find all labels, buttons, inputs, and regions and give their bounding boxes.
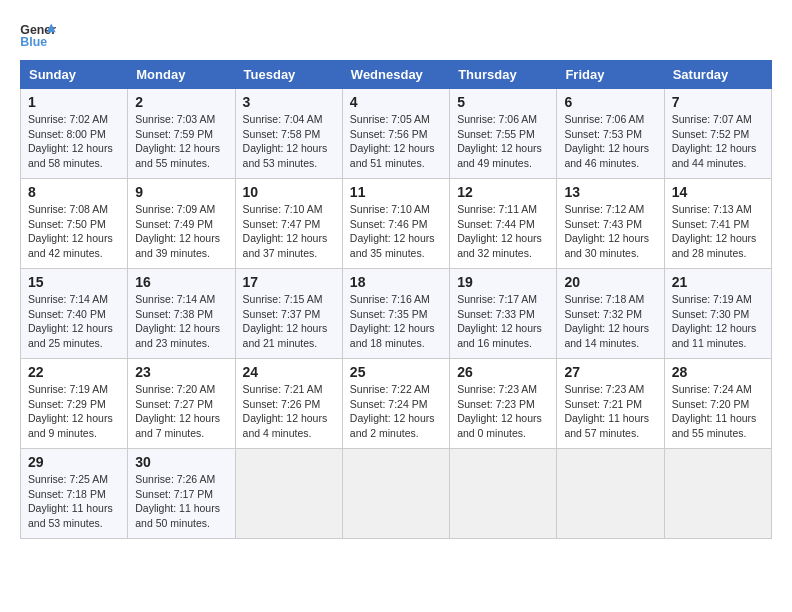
calendar-cell: 16Sunrise: 7:14 AM Sunset: 7:38 PM Dayli… [128, 269, 235, 359]
calendar-cell: 8Sunrise: 7:08 AM Sunset: 7:50 PM Daylig… [21, 179, 128, 269]
day-number: 23 [135, 364, 227, 380]
day-info: Sunrise: 7:06 AM Sunset: 7:55 PM Dayligh… [457, 112, 549, 171]
calendar-cell: 1Sunrise: 7:02 AM Sunset: 8:00 PM Daylig… [21, 89, 128, 179]
day-info: Sunrise: 7:25 AM Sunset: 7:18 PM Dayligh… [28, 472, 120, 531]
calendar-cell: 23Sunrise: 7:20 AM Sunset: 7:27 PM Dayli… [128, 359, 235, 449]
calendar-cell [557, 449, 664, 539]
day-info: Sunrise: 7:08 AM Sunset: 7:50 PM Dayligh… [28, 202, 120, 261]
calendar-cell [664, 449, 771, 539]
calendar-cell: 17Sunrise: 7:15 AM Sunset: 7:37 PM Dayli… [235, 269, 342, 359]
day-number: 8 [28, 184, 120, 200]
day-number: 6 [564, 94, 656, 110]
day-info: Sunrise: 7:23 AM Sunset: 7:21 PM Dayligh… [564, 382, 656, 441]
calendar-week-2: 8Sunrise: 7:08 AM Sunset: 7:50 PM Daylig… [21, 179, 772, 269]
calendar-cell: 22Sunrise: 7:19 AM Sunset: 7:29 PM Dayli… [21, 359, 128, 449]
calendar-cell: 18Sunrise: 7:16 AM Sunset: 7:35 PM Dayli… [342, 269, 449, 359]
calendar-cell: 13Sunrise: 7:12 AM Sunset: 7:43 PM Dayli… [557, 179, 664, 269]
day-number: 25 [350, 364, 442, 380]
calendar-cell: 15Sunrise: 7:14 AM Sunset: 7:40 PM Dayli… [21, 269, 128, 359]
day-info: Sunrise: 7:02 AM Sunset: 8:00 PM Dayligh… [28, 112, 120, 171]
calendar-cell: 21Sunrise: 7:19 AM Sunset: 7:30 PM Dayli… [664, 269, 771, 359]
calendar-week-3: 15Sunrise: 7:14 AM Sunset: 7:40 PM Dayli… [21, 269, 772, 359]
day-number: 17 [243, 274, 335, 290]
day-number: 9 [135, 184, 227, 200]
day-info: Sunrise: 7:13 AM Sunset: 7:41 PM Dayligh… [672, 202, 764, 261]
day-number: 19 [457, 274, 549, 290]
calendar-body: 1Sunrise: 7:02 AM Sunset: 8:00 PM Daylig… [21, 89, 772, 539]
calendar-cell: 20Sunrise: 7:18 AM Sunset: 7:32 PM Dayli… [557, 269, 664, 359]
calendar-cell: 29Sunrise: 7:25 AM Sunset: 7:18 PM Dayli… [21, 449, 128, 539]
day-info: Sunrise: 7:19 AM Sunset: 7:30 PM Dayligh… [672, 292, 764, 351]
calendar-week-4: 22Sunrise: 7:19 AM Sunset: 7:29 PM Dayli… [21, 359, 772, 449]
calendar-cell: 12Sunrise: 7:11 AM Sunset: 7:44 PM Dayli… [450, 179, 557, 269]
day-number: 16 [135, 274, 227, 290]
calendar-cell: 10Sunrise: 7:10 AM Sunset: 7:47 PM Dayli… [235, 179, 342, 269]
day-number: 22 [28, 364, 120, 380]
day-info: Sunrise: 7:10 AM Sunset: 7:47 PM Dayligh… [243, 202, 335, 261]
calendar-cell: 2Sunrise: 7:03 AM Sunset: 7:59 PM Daylig… [128, 89, 235, 179]
calendar-cell: 25Sunrise: 7:22 AM Sunset: 7:24 PM Dayli… [342, 359, 449, 449]
day-info: Sunrise: 7:15 AM Sunset: 7:37 PM Dayligh… [243, 292, 335, 351]
day-info: Sunrise: 7:22 AM Sunset: 7:24 PM Dayligh… [350, 382, 442, 441]
calendar-cell: 6Sunrise: 7:06 AM Sunset: 7:53 PM Daylig… [557, 89, 664, 179]
logo: General Blue [20, 20, 56, 50]
day-info: Sunrise: 7:14 AM Sunset: 7:38 PM Dayligh… [135, 292, 227, 351]
calendar-cell: 3Sunrise: 7:04 AM Sunset: 7:58 PM Daylig… [235, 89, 342, 179]
calendar-week-1: 1Sunrise: 7:02 AM Sunset: 8:00 PM Daylig… [21, 89, 772, 179]
calendar-cell: 11Sunrise: 7:10 AM Sunset: 7:46 PM Dayli… [342, 179, 449, 269]
day-info: Sunrise: 7:23 AM Sunset: 7:23 PM Dayligh… [457, 382, 549, 441]
calendar-table: SundayMondayTuesdayWednesdayThursdayFrid… [20, 60, 772, 539]
day-number: 24 [243, 364, 335, 380]
day-number: 21 [672, 274, 764, 290]
day-number: 20 [564, 274, 656, 290]
day-number: 27 [564, 364, 656, 380]
day-info: Sunrise: 7:17 AM Sunset: 7:33 PM Dayligh… [457, 292, 549, 351]
calendar-header-sunday: Sunday [21, 61, 128, 89]
calendar-cell [235, 449, 342, 539]
calendar-cell [342, 449, 449, 539]
day-number: 26 [457, 364, 549, 380]
day-info: Sunrise: 7:12 AM Sunset: 7:43 PM Dayligh… [564, 202, 656, 261]
day-number: 12 [457, 184, 549, 200]
calendar-header-friday: Friday [557, 61, 664, 89]
logo-icon: General Blue [20, 20, 56, 50]
calendar-header-monday: Monday [128, 61, 235, 89]
day-number: 3 [243, 94, 335, 110]
day-info: Sunrise: 7:11 AM Sunset: 7:44 PM Dayligh… [457, 202, 549, 261]
calendar-cell: 28Sunrise: 7:24 AM Sunset: 7:20 PM Dayli… [664, 359, 771, 449]
calendar-header-tuesday: Tuesday [235, 61, 342, 89]
day-number: 5 [457, 94, 549, 110]
day-info: Sunrise: 7:07 AM Sunset: 7:52 PM Dayligh… [672, 112, 764, 171]
day-number: 29 [28, 454, 120, 470]
calendar-cell: 24Sunrise: 7:21 AM Sunset: 7:26 PM Dayli… [235, 359, 342, 449]
calendar-cell: 14Sunrise: 7:13 AM Sunset: 7:41 PM Dayli… [664, 179, 771, 269]
day-number: 10 [243, 184, 335, 200]
calendar-header-saturday: Saturday [664, 61, 771, 89]
day-info: Sunrise: 7:14 AM Sunset: 7:40 PM Dayligh… [28, 292, 120, 351]
day-number: 4 [350, 94, 442, 110]
page-header: General Blue [20, 20, 772, 50]
day-info: Sunrise: 7:09 AM Sunset: 7:49 PM Dayligh… [135, 202, 227, 261]
day-number: 13 [564, 184, 656, 200]
day-number: 7 [672, 94, 764, 110]
calendar-week-5: 29Sunrise: 7:25 AM Sunset: 7:18 PM Dayli… [21, 449, 772, 539]
day-number: 30 [135, 454, 227, 470]
calendar-cell: 26Sunrise: 7:23 AM Sunset: 7:23 PM Dayli… [450, 359, 557, 449]
calendar-header: SundayMondayTuesdayWednesdayThursdayFrid… [21, 61, 772, 89]
day-number: 14 [672, 184, 764, 200]
calendar-cell: 19Sunrise: 7:17 AM Sunset: 7:33 PM Dayli… [450, 269, 557, 359]
day-info: Sunrise: 7:04 AM Sunset: 7:58 PM Dayligh… [243, 112, 335, 171]
calendar-cell: 5Sunrise: 7:06 AM Sunset: 7:55 PM Daylig… [450, 89, 557, 179]
day-info: Sunrise: 7:18 AM Sunset: 7:32 PM Dayligh… [564, 292, 656, 351]
calendar-cell: 4Sunrise: 7:05 AM Sunset: 7:56 PM Daylig… [342, 89, 449, 179]
day-number: 28 [672, 364, 764, 380]
day-number: 11 [350, 184, 442, 200]
calendar-cell [450, 449, 557, 539]
day-info: Sunrise: 7:19 AM Sunset: 7:29 PM Dayligh… [28, 382, 120, 441]
day-info: Sunrise: 7:24 AM Sunset: 7:20 PM Dayligh… [672, 382, 764, 441]
day-info: Sunrise: 7:16 AM Sunset: 7:35 PM Dayligh… [350, 292, 442, 351]
calendar-cell: 9Sunrise: 7:09 AM Sunset: 7:49 PM Daylig… [128, 179, 235, 269]
calendar-cell: 30Sunrise: 7:26 AM Sunset: 7:17 PM Dayli… [128, 449, 235, 539]
day-info: Sunrise: 7:06 AM Sunset: 7:53 PM Dayligh… [564, 112, 656, 171]
day-info: Sunrise: 7:26 AM Sunset: 7:17 PM Dayligh… [135, 472, 227, 531]
